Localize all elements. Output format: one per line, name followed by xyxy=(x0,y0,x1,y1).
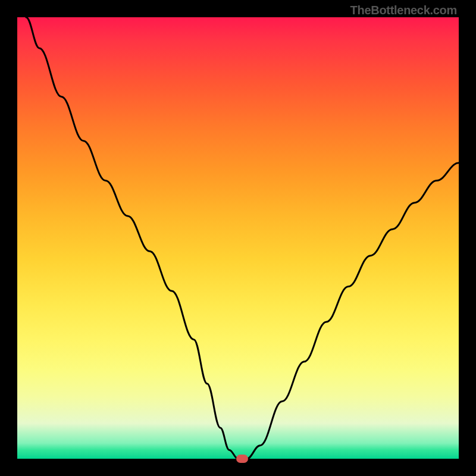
optimal-point-marker xyxy=(236,455,248,463)
attribution-label: TheBottleneck.com xyxy=(350,4,457,17)
bottleneck-curve xyxy=(17,17,459,459)
chart-container: TheBottleneck.com xyxy=(0,0,476,476)
